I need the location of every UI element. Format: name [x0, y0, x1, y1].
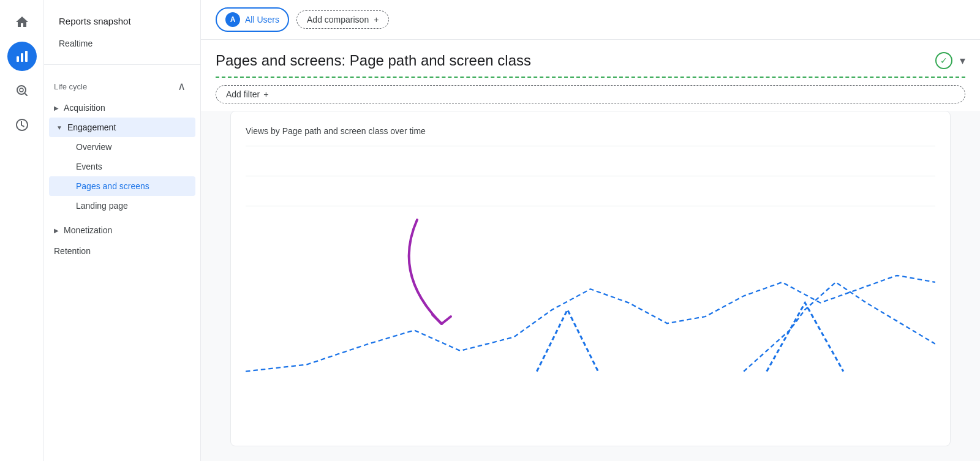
realtime-link[interactable]: Realtime — [54, 32, 190, 54]
page-title-row: Pages and screens: Page path and screen … — [216, 52, 965, 78]
chart-divider-2 — [246, 176, 935, 176]
home-nav-item[interactable] — [7, 7, 37, 37]
page-header: Pages and screens: Page path and screen … — [201, 40, 980, 111]
arrow-right-icon-monetization: ▶ — [54, 227, 59, 234]
chart-svg — [246, 214, 935, 385]
events-sub-item[interactable]: Events — [44, 157, 200, 176]
add-filter-plus-icon: + — [263, 89, 268, 99]
arrow-down-icon: ▼ — [56, 124, 62, 131]
analytics-nav-item[interactable] — [7, 42, 37, 71]
avatar: A — [225, 12, 240, 27]
svg-rect-1 — [21, 53, 23, 62]
top-bar: A All Users Add comparison + — [201, 0, 980, 40]
monetization-group-item[interactable]: ▶ Monetization — [44, 220, 200, 240]
nav-top-section: Reports snapshot Realtime — [44, 10, 200, 65]
engagement-group-item[interactable]: ▼ Engagement — [49, 118, 195, 137]
arrow-right-icon: ▶ — [54, 105, 59, 111]
chart-container — [246, 214, 935, 385]
all-users-label: All Users — [245, 15, 279, 24]
main-content: A All Users Add comparison + Pages and s… — [201, 0, 980, 461]
dropdown-arrow-icon[interactable]: ▾ — [960, 54, 965, 67]
chart-title: Views by Page path and screen class over… — [246, 126, 935, 136]
svg-point-4 — [20, 88, 23, 92]
lifecycle-section: Life cycle ∧ ▶ Acquisition ▼ Engagement … — [44, 65, 200, 272]
page-title: Pages and screens: Page path and screen … — [216, 52, 928, 69]
search-nav-item[interactable] — [7, 76, 37, 105]
svg-rect-2 — [25, 51, 28, 62]
engagement-label: Engagement — [67, 122, 116, 132]
verified-icon: ✓ — [935, 52, 952, 69]
icon-sidebar — [0, 0, 44, 461]
add-filter-label: Add filter — [226, 89, 260, 99]
all-users-segment[interactable]: A All Users — [216, 7, 289, 32]
lifecycle-label: Life cycle — [54, 82, 87, 91]
chevron-up-icon: ∧ — [178, 80, 186, 93]
reports-snapshot-link[interactable]: Reports snapshot — [54, 10, 190, 32]
add-filter-button[interactable]: Add filter + — [216, 85, 965, 103]
chart-divider-3 — [246, 206, 935, 206]
content-area: Views by Page path and screen class over… — [201, 111, 980, 461]
monetization-label: Monetization — [64, 225, 112, 235]
nav-sidebar: Reports snapshot Realtime Life cycle ∧ ▶… — [44, 0, 201, 461]
landing-page-sub-item[interactable]: Landing page — [44, 196, 200, 216]
plus-icon: + — [374, 15, 379, 24]
overview-sub-item[interactable]: Overview — [44, 137, 200, 157]
acquisition-group-item[interactable]: ▶ Acquisition — [44, 98, 200, 118]
chart-area: Views by Page path and screen class over… — [230, 111, 951, 446]
acquisition-label: Acquisition — [64, 103, 105, 113]
chart-divider — [246, 146, 935, 146]
add-comparison-label: Add comparison — [307, 15, 369, 24]
add-comparison-button[interactable]: Add comparison + — [296, 10, 389, 29]
pages-and-screens-sub-item[interactable]: Pages and screens — [49, 176, 195, 196]
svg-point-3 — [17, 86, 26, 94]
retention-link[interactable]: Retention — [44, 240, 200, 262]
lifecycle-header[interactable]: Life cycle ∧ — [44, 75, 200, 98]
explore-nav-item[interactable] — [7, 110, 37, 140]
svg-rect-0 — [17, 56, 19, 62]
